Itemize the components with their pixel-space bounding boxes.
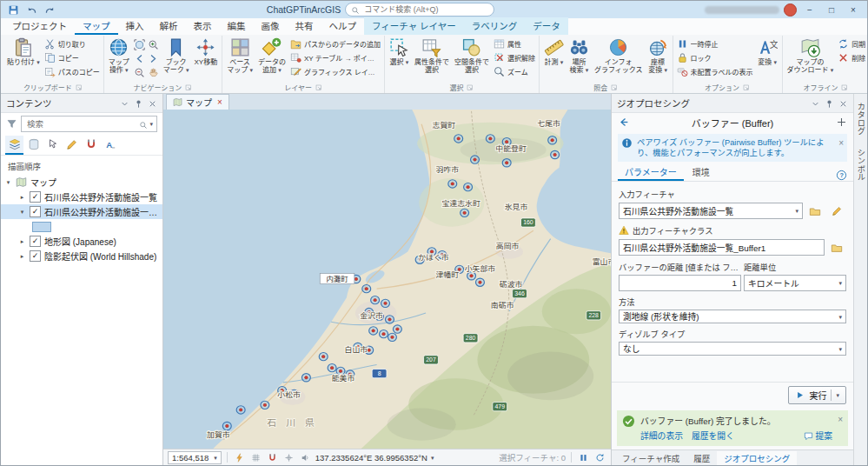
ribbon-button-fixed-zoom-in[interactable] xyxy=(147,38,160,51)
ribbon-button-add-graphics-layer[interactable]: グラフィックス レイヤーの追加 xyxy=(289,65,381,78)
undo-button[interactable] xyxy=(24,3,38,17)
ribbon-tab-view[interactable]: 表示 xyxy=(186,17,220,35)
ribbon-button-lock[interactable]: ロック xyxy=(676,51,754,64)
map-scale-select[interactable]: 1:564,518 ▾ xyxy=(168,451,222,464)
tab-environments[interactable]: 環境 xyxy=(686,163,717,181)
pane-menu-icon[interactable] xyxy=(811,97,820,109)
browse-input-button[interactable] xyxy=(805,202,825,220)
ribbon-tab-help[interactable]: ヘルプ xyxy=(321,17,365,35)
back-button[interactable] xyxy=(618,116,629,129)
ribbon-tab-edit[interactable]: 編集 xyxy=(220,17,254,35)
tree-item-map[interactable]: ▾マップ xyxy=(1,175,162,190)
buffered-facility-point[interactable] xyxy=(454,135,463,143)
speaker-icon[interactable] xyxy=(299,453,312,463)
buffered-facility-point[interactable] xyxy=(236,406,245,414)
layer-visibility-checkbox[interactable]: ✓ xyxy=(30,206,41,217)
ribbon-tab-share[interactable]: 共有 xyxy=(288,17,321,35)
pane-tab-geoprocessing[interactable]: ジオプロセシング xyxy=(717,451,797,465)
layer-visibility-checkbox[interactable]: ✓ xyxy=(30,191,41,203)
ribbon-button-paste[interactable]: 貼り付け ▾ xyxy=(5,37,42,67)
close-icon[interactable] xyxy=(838,97,848,109)
maximize-button[interactable]: □ xyxy=(823,5,840,15)
buffered-facility-point[interactable] xyxy=(551,150,560,158)
ribbon-button-prev-extent[interactable] xyxy=(133,52,146,65)
ribbon-button-copy[interactable]: コピー xyxy=(43,51,101,64)
toast-close-icon[interactable]: × xyxy=(838,415,843,442)
command-search[interactable] xyxy=(345,3,494,17)
buffered-facility-point[interactable] xyxy=(380,330,388,338)
buffered-facility-point[interactable] xyxy=(461,209,469,216)
ribbon-button-go-to-xy[interactable]: XY移動 xyxy=(193,37,220,67)
layer-symbol-swatch[interactable] xyxy=(1,219,162,234)
ribbon-button-xy-table-to-point[interactable]: XY テーブル → ポイント xyxy=(289,51,381,64)
dissolve-type-select[interactable]: なし▾ xyxy=(619,342,846,356)
buffered-facility-point[interactable] xyxy=(381,299,390,307)
buffered-facility-point[interactable] xyxy=(393,325,401,333)
ribbon-tab-data[interactable]: データ xyxy=(525,17,568,35)
pin-icon[interactable] xyxy=(825,97,834,109)
group-launcher-button[interactable] xyxy=(315,83,322,91)
ribbon-button-select[interactable]: 選択 ▾ xyxy=(388,37,411,67)
group-launcher-button[interactable] xyxy=(841,83,848,91)
list-by-editing-button[interactable] xyxy=(63,136,81,155)
ribbon-button-convert[interactable]: 文変換 ▾ xyxy=(756,37,779,67)
list-by-drawing-order-button[interactable] xyxy=(5,136,23,155)
ribbon-button-select-by-attributes[interactable]: 属性条件で選択 xyxy=(413,37,451,75)
add-tool-button[interactable] xyxy=(836,116,847,129)
list-by-labeling-button[interactable]: A xyxy=(101,136,119,155)
buffer-distance-input[interactable] xyxy=(619,275,741,291)
buffered-facility-point[interactable] xyxy=(476,278,485,286)
tree-item-layer[interactable]: ▾✓石川県公共野外活動施設一覧_Buffer1 xyxy=(1,204,162,219)
list-by-data-source-button[interactable] xyxy=(24,136,43,155)
ribbon-button-copy-path[interactable]: パスのコピー xyxy=(43,65,101,78)
minimize-button[interactable]: − xyxy=(801,5,818,15)
pane-tab-history[interactable]: 履歴 xyxy=(686,451,717,465)
tab-parameters[interactable]: パラメーター xyxy=(618,163,684,181)
side-tab-symbology[interactable]: シンボル xyxy=(855,149,867,181)
pin-icon[interactable] xyxy=(134,97,143,109)
grid-icon[interactable] xyxy=(249,453,262,463)
ribbon-button-fixed-zoom-out[interactable] xyxy=(133,66,146,79)
ribbon-button-add-data[interactable]: データの追加 ▾ xyxy=(256,37,288,75)
flash-icon[interactable] xyxy=(233,453,246,463)
ribbon-tab-feature-layer[interactable]: フィーチャ レイヤー xyxy=(364,17,464,35)
group-launcher-button[interactable] xyxy=(467,83,474,91)
expander-icon[interactable]: ▸ xyxy=(18,253,26,260)
ribbon-button-attributes[interactable]: 属性 xyxy=(493,37,536,50)
ribbon-button-measure[interactable]: 計測 ▾ xyxy=(542,37,566,67)
ribbon-button-show-unplaced-labels[interactable]: 未配置ラベルの表示 xyxy=(676,65,754,78)
ribbon-tab-project[interactable]: プロジェクト xyxy=(4,17,75,35)
buffered-facility-point[interactable] xyxy=(222,422,231,429)
buffered-facility-point[interactable] xyxy=(319,353,328,361)
ribbon-button-infographics[interactable]: インフォグラフィックス xyxy=(593,37,645,75)
ribbon-button-full-extent[interactable] xyxy=(133,38,146,51)
group-launcher-button[interactable] xyxy=(185,83,192,91)
pane-tab-create-features[interactable]: フィーチャ作成 xyxy=(615,451,686,465)
buffered-facility-point[interactable] xyxy=(328,364,336,372)
side-tab-catalog[interactable]: カタログ xyxy=(855,103,867,135)
command-search-input[interactable] xyxy=(362,4,488,15)
ribbon-button-coordinate-conversion[interactable]: 座標変換 ▾ xyxy=(646,37,670,75)
save-button[interactable] xyxy=(6,3,20,17)
buffered-facility-point[interactable] xyxy=(471,156,480,163)
user-avatar[interactable] xyxy=(784,3,797,17)
map-canvas[interactable]: 3462802078479228160志賀町七尾市中能登町羽咋市宝達志水町氷見市… xyxy=(163,110,611,449)
layer-visibility-checkbox[interactable]: ✓ xyxy=(30,250,41,262)
redo-button[interactable] xyxy=(43,3,56,17)
pane-menu-icon[interactable] xyxy=(120,97,129,109)
feedback-link[interactable]: 提案 xyxy=(816,429,833,442)
close-icon[interactable] xyxy=(148,97,157,109)
ribbon-button-pause-drawing[interactable]: 一時停止 xyxy=(676,37,754,50)
contents-search-input[interactable] xyxy=(25,118,137,130)
map-canvas-svg[interactable]: 3462802078479228160志賀町七尾市中能登町羽咋市宝達志水町氷見市… xyxy=(163,110,611,449)
buffered-facility-point[interactable] xyxy=(502,159,511,167)
buffered-facility-point[interactable] xyxy=(369,327,378,335)
buffered-facility-point[interactable] xyxy=(371,296,380,304)
tree-item-layer[interactable]: ▸✓石川県公共野外活動施設一覧 xyxy=(1,190,162,204)
distance-unit-select[interactable]: キロメートル▾ xyxy=(744,275,846,291)
ribbon-tab-analysis[interactable]: 解析 xyxy=(152,17,186,35)
ribbon-button-explore[interactable]: マップ操作 ▾ xyxy=(107,37,131,75)
browse-output-button[interactable] xyxy=(827,238,846,256)
snapping-icon[interactable] xyxy=(266,453,279,463)
open-history-link[interactable]: 履歴を開く xyxy=(692,429,734,442)
